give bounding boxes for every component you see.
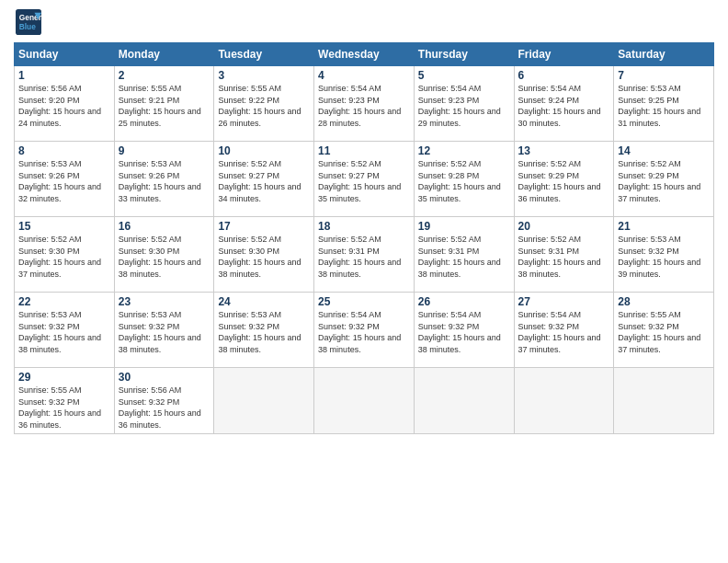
calendar-day: 13 Sunrise: 5:52 AMSunset: 9:29 PMDaylig… <box>514 142 614 217</box>
day-info: Sunrise: 5:54 AMSunset: 9:32 PMDaylight:… <box>518 310 601 354</box>
calendar-day: 25 Sunrise: 5:54 AMSunset: 9:32 PMDaylig… <box>314 293 415 368</box>
day-number: 24 <box>218 295 310 308</box>
calendar-day: 3 Sunrise: 5:55 AMSunset: 9:22 PMDayligh… <box>214 66 314 142</box>
day-info: Sunrise: 5:56 AMSunset: 9:20 PMDaylight:… <box>18 84 101 128</box>
day-number: 11 <box>318 144 410 157</box>
calendar-day: 15 Sunrise: 5:52 AMSunset: 9:30 PMDaylig… <box>15 217 115 293</box>
calendar-day: 6 Sunrise: 5:54 AMSunset: 9:24 PMDayligh… <box>514 66 614 142</box>
day-info: Sunrise: 5:52 AMSunset: 9:30 PMDaylight:… <box>218 235 301 279</box>
day-info: Sunrise: 5:54 AMSunset: 9:23 PMDaylight:… <box>318 84 401 128</box>
calendar-day: 5 Sunrise: 5:54 AMSunset: 9:23 PMDayligh… <box>414 66 514 142</box>
empty-day <box>614 368 714 434</box>
day-info: Sunrise: 5:53 AMSunset: 9:32 PMDaylight:… <box>618 235 700 279</box>
calendar-day: 22 Sunrise: 5:53 AMSunset: 9:32 PMDaylig… <box>15 293 115 368</box>
day-info: Sunrise: 5:52 AMSunset: 9:31 PMDaylight:… <box>318 235 401 279</box>
day-number: 7 <box>618 69 710 82</box>
day-number: 4 <box>318 69 410 82</box>
weekday-header: Monday <box>114 43 214 66</box>
calendar-day: 9 Sunrise: 5:53 AMSunset: 9:26 PMDayligh… <box>114 142 214 217</box>
day-info: Sunrise: 5:53 AMSunset: 9:26 PMDaylight:… <box>119 159 201 203</box>
weekday-header: Tuesday <box>214 43 314 66</box>
calendar-day: 29 Sunrise: 5:55 AMSunset: 9:32 PMDaylig… <box>15 368 115 434</box>
day-info: Sunrise: 5:52 AMSunset: 9:27 PMDaylight:… <box>318 159 401 203</box>
day-info: Sunrise: 5:55 AMSunset: 9:32 PMDaylight:… <box>18 385 101 430</box>
day-number: 29 <box>18 371 110 384</box>
day-number: 8 <box>18 144 110 157</box>
empty-day <box>514 368 614 434</box>
day-number: 21 <box>618 220 710 233</box>
day-info: Sunrise: 5:53 AMSunset: 9:32 PMDaylight:… <box>218 310 301 354</box>
day-number: 1 <box>18 69 110 82</box>
calendar-day: 23 Sunrise: 5:53 AMSunset: 9:32 PMDaylig… <box>114 293 214 368</box>
day-number: 3 <box>218 69 310 82</box>
day-number: 20 <box>518 220 610 233</box>
day-number: 15 <box>18 220 110 233</box>
day-number: 28 <box>618 295 710 308</box>
day-info: Sunrise: 5:54 AMSunset: 9:24 PMDaylight:… <box>518 84 601 128</box>
day-number: 6 <box>518 69 610 82</box>
day-number: 2 <box>119 69 210 82</box>
day-info: Sunrise: 5:52 AMSunset: 9:28 PMDaylight:… <box>418 159 501 203</box>
calendar-day: 12 Sunrise: 5:52 AMSunset: 9:28 PMDaylig… <box>414 142 514 217</box>
weekday-header: Saturday <box>614 43 714 66</box>
calendar-day: 27 Sunrise: 5:54 AMSunset: 9:32 PMDaylig… <box>514 293 614 368</box>
calendar-day: 8 Sunrise: 5:53 AMSunset: 9:26 PMDayligh… <box>15 142 115 217</box>
day-number: 12 <box>418 144 510 157</box>
day-info: Sunrise: 5:53 AMSunset: 9:26 PMDaylight:… <box>18 159 101 203</box>
day-number: 27 <box>518 295 610 308</box>
day-info: Sunrise: 5:55 AMSunset: 9:21 PMDaylight:… <box>119 84 201 128</box>
day-info: Sunrise: 5:52 AMSunset: 9:27 PMDaylight:… <box>218 159 301 203</box>
page: General Blue SundayMondayTuesdayWednesda… <box>0 0 728 563</box>
calendar-day: 1 Sunrise: 5:56 AMSunset: 9:20 PMDayligh… <box>15 66 115 142</box>
day-number: 26 <box>418 295 510 308</box>
calendar-day: 2 Sunrise: 5:55 AMSunset: 9:21 PMDayligh… <box>114 66 214 142</box>
calendar-day: 16 Sunrise: 5:52 AMSunset: 9:30 PMDaylig… <box>114 217 214 293</box>
day-info: Sunrise: 5:55 AMSunset: 9:22 PMDaylight:… <box>218 84 301 128</box>
weekday-header: Wednesday <box>314 43 415 66</box>
day-info: Sunrise: 5:53 AMSunset: 9:32 PMDaylight:… <box>18 310 101 354</box>
logo: General Blue <box>14 9 41 35</box>
calendar-day: 17 Sunrise: 5:52 AMSunset: 9:30 PMDaylig… <box>214 217 314 293</box>
calendar-day: 28 Sunrise: 5:55 AMSunset: 9:32 PMDaylig… <box>614 293 714 368</box>
day-number: 13 <box>518 144 610 157</box>
day-info: Sunrise: 5:55 AMSunset: 9:32 PMDaylight:… <box>618 310 700 354</box>
day-info: Sunrise: 5:54 AMSunset: 9:32 PMDaylight:… <box>318 310 401 354</box>
day-info: Sunrise: 5:52 AMSunset: 9:31 PMDaylight:… <box>518 235 601 279</box>
empty-day <box>314 368 415 434</box>
day-info: Sunrise: 5:54 AMSunset: 9:23 PMDaylight:… <box>418 84 501 128</box>
calendar-day: 26 Sunrise: 5:54 AMSunset: 9:32 PMDaylig… <box>414 293 514 368</box>
day-number: 5 <box>418 69 510 82</box>
calendar-day: 14 Sunrise: 5:52 AMSunset: 9:29 PMDaylig… <box>614 142 714 217</box>
logo-icon: General Blue <box>16 9 41 35</box>
calendar-day: 10 Sunrise: 5:52 AMSunset: 9:27 PMDaylig… <box>214 142 314 217</box>
svg-text:Blue: Blue <box>19 22 36 31</box>
weekday-header: Thursday <box>414 43 514 66</box>
calendar-day: 30 Sunrise: 5:56 AMSunset: 9:32 PMDaylig… <box>114 368 214 434</box>
day-number: 14 <box>618 144 710 157</box>
calendar-day: 18 Sunrise: 5:52 AMSunset: 9:31 PMDaylig… <box>314 217 415 293</box>
day-number: 17 <box>218 220 310 233</box>
day-info: Sunrise: 5:52 AMSunset: 9:30 PMDaylight:… <box>18 235 101 279</box>
calendar-day: 7 Sunrise: 5:53 AMSunset: 9:25 PMDayligh… <box>614 66 714 142</box>
day-info: Sunrise: 5:52 AMSunset: 9:29 PMDaylight:… <box>518 159 601 203</box>
day-number: 9 <box>119 144 210 157</box>
empty-day <box>414 368 514 434</box>
calendar-day: 19 Sunrise: 5:52 AMSunset: 9:31 PMDaylig… <box>414 217 514 293</box>
day-info: Sunrise: 5:53 AMSunset: 9:25 PMDaylight:… <box>618 84 700 128</box>
day-info: Sunrise: 5:53 AMSunset: 9:32 PMDaylight:… <box>119 310 201 354</box>
day-info: Sunrise: 5:52 AMSunset: 9:31 PMDaylight:… <box>418 235 501 279</box>
calendar-day: 4 Sunrise: 5:54 AMSunset: 9:23 PMDayligh… <box>314 66 415 142</box>
calendar-day: 20 Sunrise: 5:52 AMSunset: 9:31 PMDaylig… <box>514 217 614 293</box>
day-number: 23 <box>119 295 210 308</box>
calendar-day: 21 Sunrise: 5:53 AMSunset: 9:32 PMDaylig… <box>614 217 714 293</box>
day-number: 30 <box>119 371 210 384</box>
day-number: 16 <box>119 220 210 233</box>
day-info: Sunrise: 5:52 AMSunset: 9:30 PMDaylight:… <box>119 235 201 279</box>
weekday-header: Sunday <box>15 43 115 66</box>
calendar-day: 24 Sunrise: 5:53 AMSunset: 9:32 PMDaylig… <box>214 293 314 368</box>
calendar-day: 11 Sunrise: 5:52 AMSunset: 9:27 PMDaylig… <box>314 142 415 217</box>
day-number: 18 <box>318 220 410 233</box>
day-number: 25 <box>318 295 410 308</box>
day-info: Sunrise: 5:56 AMSunset: 9:32 PMDaylight:… <box>119 385 201 430</box>
day-info: Sunrise: 5:54 AMSunset: 9:32 PMDaylight:… <box>418 310 501 354</box>
